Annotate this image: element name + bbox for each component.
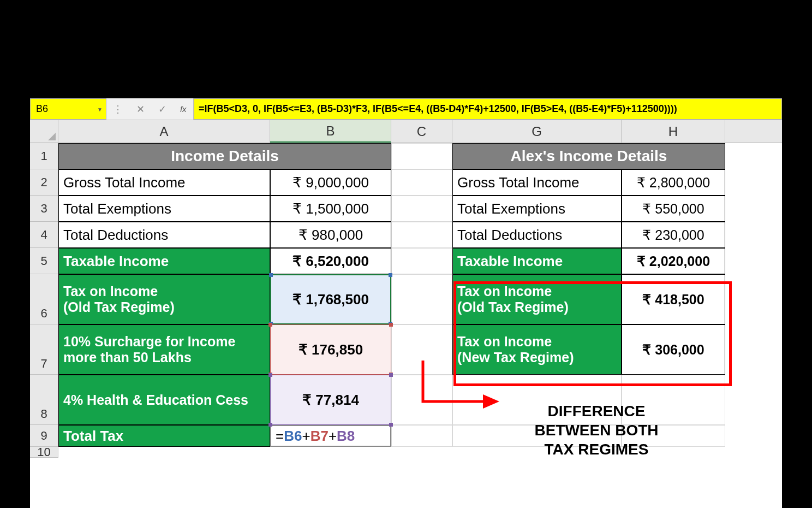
table2-header[interactable]: Alex's Income Details <box>452 143 725 169</box>
formula-input[interactable]: =IF(B5<D3, 0, IF(B5<=E3, (B5-D3)*F3, IF(… <box>194 98 782 120</box>
table-row: Total Exemptions ₹ 1,500,000 Total Exemp… <box>58 196 782 222</box>
t1-value-surcharge: ₹ 176,850 <box>298 341 363 358</box>
annotation-line: BETWEEN BOTH <box>482 421 711 440</box>
spreadsheet-area: B6 ▼ ⋮ ✕ ✓ fx =IF(B5<D3, 0, IF(B5<=E3, (… <box>30 98 782 508</box>
annotation-text: DIFFERENCE BETWEEN BOTH TAX REGIMES <box>482 401 711 459</box>
t2-label[interactable]: Gross Total Income <box>452 169 622 196</box>
col-header-H[interactable]: H <box>622 120 725 143</box>
t2-label-tax-new[interactable]: Tax on Income (New Tax Regime) <box>452 324 622 375</box>
t1-label[interactable]: Total Exemptions <box>58 196 270 222</box>
t1-label-surcharge[interactable]: 10% Surcharge for Income more than 50 La… <box>58 324 270 375</box>
t2-value[interactable]: ₹ 2,800,000 <box>622 169 725 196</box>
t2-value-tax-old[interactable]: ₹ 418,500 <box>622 274 725 324</box>
t2-value[interactable]: ₹ 550,000 <box>622 196 725 222</box>
table-row: Gross Total Income ₹ 9,000,000 Gross Tot… <box>58 169 782 196</box>
cell-blank[interactable] <box>391 425 452 447</box>
cell-blank[interactable] <box>391 248 452 274</box>
row-headers: 1 2 3 4 5 6 7 8 9 10 <box>30 143 58 458</box>
row-header-5[interactable]: 5 <box>30 248 58 274</box>
cell-B9-formula[interactable]: =B6+B7+B8 <box>270 425 391 447</box>
t2-label-tax-old[interactable]: Tax on Income (Old Tax Regime) <box>452 274 622 324</box>
cell-B8[interactable]: ₹ 77,814 <box>270 375 391 425</box>
t1-label[interactable]: Gross Total Income <box>58 169 270 196</box>
col-header-C[interactable]: C <box>391 120 452 143</box>
row-header-6[interactable]: 6 <box>30 274 58 324</box>
fx-icon[interactable]: fx <box>177 104 190 114</box>
t2-value-taxable[interactable]: ₹ 2,020,000 <box>622 248 725 274</box>
col-header-A[interactable]: A <box>58 120 270 143</box>
formula-bar-buttons: ⋮ ✕ ✓ fx <box>106 98 194 120</box>
row-header-1[interactable]: 1 <box>30 143 58 169</box>
cell-blank[interactable] <box>391 375 452 425</box>
t2-value[interactable]: ₹ 230,000 <box>622 222 725 248</box>
table-row: Taxable Income ₹ 6,520,000 Taxable Incom… <box>58 248 782 274</box>
select-all-corner[interactable] <box>30 120 58 143</box>
cell-blank[interactable] <box>391 222 452 248</box>
t2-label[interactable]: Total Deductions <box>452 222 622 248</box>
table-row: Tax on Income (Old Tax Regime) ₹ 1,768,5… <box>58 274 782 324</box>
accept-icon[interactable]: ✓ <box>155 103 170 115</box>
t2-label[interactable]: Total Exemptions <box>452 196 622 222</box>
t1-value-tax-old: ₹ 1,768,500 <box>292 291 369 308</box>
cell-reference: B6 <box>36 103 48 115</box>
t2-value-tax-new[interactable]: ₹ 306,000 <box>622 324 725 375</box>
t1-label-tax-old[interactable]: Tax on Income (Old Tax Regime) <box>58 274 270 324</box>
cancel-icon[interactable]: ✕ <box>133 103 148 115</box>
row-header-3[interactable]: 3 <box>30 196 58 222</box>
name-box[interactable]: B6 ▼ <box>30 98 106 120</box>
table-row: Total Deductions ₹ 980,000 Total Deducti… <box>58 222 782 248</box>
row-header-8[interactable]: 8 <box>30 375 58 425</box>
t1-label-cess[interactable]: 4% Health & Education Cess <box>58 375 270 425</box>
row-header-10[interactable]: 10 <box>30 447 58 458</box>
cell-blank[interactable] <box>391 196 452 222</box>
t1-label-total[interactable]: Total Tax <box>58 425 270 447</box>
t1-value-cess: ₹ 77,814 <box>302 392 359 409</box>
formula-bar: B6 ▼ ⋮ ✕ ✓ fx =IF(B5<D3, 0, IF(B5<=E3, (… <box>30 98 782 120</box>
row-header-4[interactable]: 4 <box>30 222 58 248</box>
row-header-2[interactable]: 2 <box>30 169 58 196</box>
col-header-G[interactable]: G <box>452 120 622 143</box>
dropdown-icon[interactable]: ▼ <box>97 106 103 112</box>
t1-label[interactable]: Total Deductions <box>58 222 270 248</box>
annotation-line: TAX REGIMES <box>482 440 711 459</box>
cell-blank[interactable] <box>391 143 452 169</box>
t1-value-taxable[interactable]: ₹ 6,520,000 <box>270 248 391 274</box>
table1-header[interactable]: Income Details <box>58 143 391 169</box>
t1-value[interactable]: ₹ 1,500,000 <box>270 196 391 222</box>
t2-label-taxable[interactable]: Taxable Income <box>452 248 622 274</box>
col-header-B[interactable]: B <box>270 120 391 143</box>
formula-text: =IF(B5<D3, 0, IF(B5<=E3, (B5-D3)*F3, IF(… <box>199 103 677 115</box>
cell-B6-active[interactable]: ₹ 1,768,500 <box>270 274 391 324</box>
annotation-line: DIFFERENCE <box>482 401 711 421</box>
cell-blank[interactable] <box>391 274 452 324</box>
cell-B7[interactable]: ₹ 176,850 <box>270 324 391 375</box>
table-row: Income Details Alex's Income Details <box>58 143 782 169</box>
t1-value[interactable]: ₹ 980,000 <box>270 222 391 248</box>
t1-value[interactable]: ₹ 9,000,000 <box>270 169 391 196</box>
table-row: 10% Surcharge for Income more than 50 La… <box>58 324 782 375</box>
colon-icon: ⋮ <box>110 103 126 115</box>
row-header-9[interactable]: 9 <box>30 425 58 447</box>
cell-blank[interactable] <box>391 169 452 196</box>
cell-blank[interactable] <box>391 324 452 375</box>
t1-label-taxable[interactable]: Taxable Income <box>58 248 270 274</box>
row-header-7[interactable]: 7 <box>30 324 58 375</box>
column-headers: A B C G H <box>30 120 782 143</box>
